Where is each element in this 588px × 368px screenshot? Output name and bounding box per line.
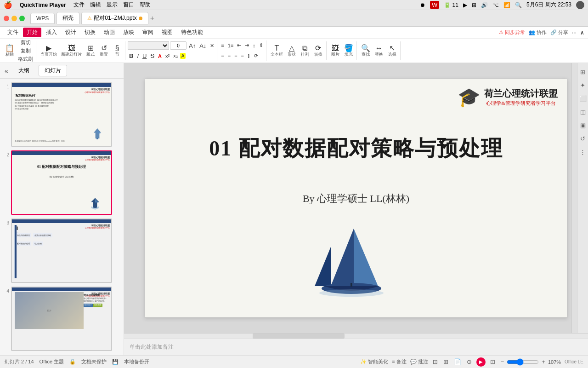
columns-button[interactable]: ⫿ xyxy=(246,52,252,59)
font-size-input[interactable] xyxy=(170,41,187,50)
line-spacing-button[interactable]: ↕ xyxy=(251,42,257,49)
superscript-button[interactable]: x² xyxy=(164,53,171,59)
protection-status[interactable]: 文档未保护 xyxy=(81,358,107,365)
paste-button[interactable]: 📋 粘贴 xyxy=(3,42,16,59)
highlight-button[interactable]: A xyxy=(180,53,186,59)
slide-thumbnail-4[interactable]: 荷兰心理统计联盟 心理学&管理学研究者学习平台 图片 特点与特殊情境 在心理学与… xyxy=(11,287,112,351)
panel-icon-3[interactable]: ⬜ xyxy=(579,95,587,102)
zoom-out-button[interactable]: − xyxy=(500,358,505,365)
image-button[interactable]: 🖼 图片 xyxy=(329,42,342,59)
slides-tab[interactable]: 幻灯片 xyxy=(39,65,67,76)
wps-icon[interactable]: W xyxy=(430,1,439,9)
panel-icon-1[interactable]: ⊞ xyxy=(580,69,585,75)
find-button[interactable]: 🔍 查找 xyxy=(359,42,372,59)
menu-display[interactable]: 显示 xyxy=(107,1,118,9)
outline-tab[interactable]: 大纲 xyxy=(13,65,35,76)
daoke-tab[interactable]: 稻壳 xyxy=(57,12,79,24)
panel-icon-7[interactable]: ⋮ xyxy=(580,149,586,155)
menu-edit[interactable]: 编辑 xyxy=(90,1,101,9)
zoom-level[interactable]: 107% xyxy=(548,359,561,365)
paragraph-spacing-button[interactable]: ⇕ xyxy=(258,42,265,49)
ribbon-tab-special[interactable]: 特色功能 xyxy=(177,28,207,37)
bold-button[interactable]: B xyxy=(128,52,135,60)
indent-increase-button[interactable]: ⇥ xyxy=(243,42,250,49)
align-justify-button[interactable]: ≡ xyxy=(240,52,245,59)
copy-button[interactable]: 复制 xyxy=(17,47,34,55)
fullscreen-button[interactable] xyxy=(19,16,25,21)
section-button[interactable]: § 节 xyxy=(111,42,124,59)
menu-help[interactable]: 帮助 xyxy=(140,1,151,9)
ribbon-tab-animation[interactable]: 动画 xyxy=(100,28,119,37)
align-left-button[interactable]: ≡ xyxy=(220,52,225,59)
view-read-button[interactable]: 📄 xyxy=(453,358,462,365)
text-box-button[interactable]: T 文本框 xyxy=(269,42,285,59)
share-button[interactable]: 🔗 分享 xyxy=(550,29,568,36)
slide-item-4[interactable]: 4 ★ 荷兰心理统计联盟 心理学&管理学研究者学习平台 图片 xyxy=(2,287,122,351)
slide-thumbnail-3[interactable]: 荷兰心理统计联盟 心理学&管理学研究者学习平台 目 特点与特殊情境 差异分析的配… xyxy=(11,218,112,283)
align-right-button[interactable]: ≡ xyxy=(233,52,238,59)
font-decrease-button[interactable]: A↓ xyxy=(198,42,208,50)
reset-button[interactable]: ↺ 重置 xyxy=(97,42,110,59)
underline-button[interactable]: U xyxy=(141,52,148,60)
notes-button[interactable]: ≡ 备注 xyxy=(392,358,406,365)
font-color-button[interactable]: A xyxy=(157,53,163,59)
app-name[interactable]: QuickTime Player xyxy=(20,2,66,8)
panel-icon-2[interactable]: ✦ xyxy=(580,82,585,89)
collab-button[interactable]: 👥 协作 xyxy=(529,29,547,36)
slide-item-1[interactable]: 1 荷兰心理统计联盟 心理学&管理学研究者学习平台 '配对数据系列' 01 配对… xyxy=(2,82,122,147)
indent-decrease-button[interactable]: ⇤ xyxy=(236,42,243,49)
align-center-button[interactable]: ≡ xyxy=(226,52,232,59)
apple-menu[interactable]: 🍎 xyxy=(4,1,12,9)
minimize-button[interactable] xyxy=(11,16,17,21)
ribbon-tab-insert[interactable]: 插入 xyxy=(42,28,61,37)
strikethrough-button[interactable]: S xyxy=(149,52,156,60)
slide-thumbnail-1[interactable]: 荷兰心理统计联盟 心理学&管理学研究者学习平台 '配对数据系列' 01 配对数据… xyxy=(11,82,112,147)
vertical-scrollbar[interactable] xyxy=(571,63,577,333)
close-button[interactable] xyxy=(4,16,9,21)
new-slide-button[interactable]: 🖼 新建幻灯片 xyxy=(59,42,84,59)
ribbon-tab-file[interactable]: 文件 xyxy=(4,28,22,37)
slide-thumbnail-2[interactable]: 荷兰心理统计联盟 心理学&管理学研究者学习平台 01 配对数据配对策略与预处理 … xyxy=(11,150,112,215)
ribbon-tab-transitions[interactable]: 切换 xyxy=(81,28,99,37)
bluetooth-icon[interactable]: ⌥ xyxy=(492,2,499,8)
cut-button[interactable]: 剪切 xyxy=(17,39,34,46)
menu-file[interactable]: 文件 xyxy=(74,1,85,9)
layout-button[interactable]: ⊞ 版式 xyxy=(84,42,97,59)
record-icon[interactable]: ⏺ xyxy=(420,2,425,8)
file-tab[interactable]: ⚠ 配对01–ZMJ.pptx xyxy=(81,12,148,24)
font-increase-button[interactable]: A↑ xyxy=(187,42,197,50)
arrange-button[interactable]: ⧉ 排列 xyxy=(299,42,311,59)
view-present-button[interactable]: ⊙ xyxy=(466,358,473,365)
menu-window[interactable]: 窗口 xyxy=(123,1,134,9)
notes-bar[interactable]: 单击此处添加备注 xyxy=(124,339,588,355)
play-button[interactable]: ▶ xyxy=(476,357,486,367)
ribbon-tab-home[interactable]: 开始 xyxy=(23,28,41,37)
search-icon[interactable]: 🔍 xyxy=(515,2,522,8)
text-direction-button[interactable]: ⟳ xyxy=(253,52,260,59)
grid-icon[interactable]: ⊞ xyxy=(472,2,476,8)
italic-button[interactable]: I xyxy=(136,52,140,60)
fit-window-button[interactable]: ⊡ xyxy=(489,358,496,365)
subscript-button[interactable]: x₂ xyxy=(172,52,179,59)
panel-icon-4[interactable]: ◫ xyxy=(580,109,586,115)
view-grid-button[interactable]: ⊞ xyxy=(442,358,449,365)
new-tab-button[interactable]: + xyxy=(150,14,154,23)
format-painter-button[interactable]: 格式刷 xyxy=(17,55,34,63)
horizontal-scrollbar[interactable] xyxy=(124,333,588,339)
ribbon-tab-design[interactable]: 设计 xyxy=(62,28,80,37)
select-button[interactable]: ↖ 选择 xyxy=(386,42,399,59)
sidebar-collapse-button[interactable]: « xyxy=(4,66,9,75)
zoom-slider[interactable] xyxy=(507,358,539,366)
list-number-button[interactable]: 1≡ xyxy=(226,42,235,49)
wps-tab[interactable]: WPS xyxy=(30,13,55,24)
rotate-button[interactable]: ⟳ 转换 xyxy=(312,42,325,59)
start-slide-button[interactable]: ▶ 当页开始 xyxy=(39,42,59,59)
fill-button[interactable]: 🪣 填充 xyxy=(342,42,355,59)
replace-button[interactable]: ↔ 替换 xyxy=(373,42,385,59)
wifi-icon[interactable]: 📶 xyxy=(503,2,510,8)
ribbon-tab-view[interactable]: 视图 xyxy=(158,28,176,37)
smart-button[interactable]: ✨ 智能美化 xyxy=(360,358,388,365)
ribbon-tab-review[interactable]: 审阅 xyxy=(139,28,157,37)
slide-frame[interactable]: 🎓 荷兰心理统计联盟 心理学&管理学研究者学习平台 01 配对数据配对策略与预处… xyxy=(145,79,567,318)
slide-item-2[interactable]: 2 荷兰心理统计联盟 心理学&管理学研究者学习平台 01 配对数据配对策略与预处… xyxy=(2,150,122,215)
